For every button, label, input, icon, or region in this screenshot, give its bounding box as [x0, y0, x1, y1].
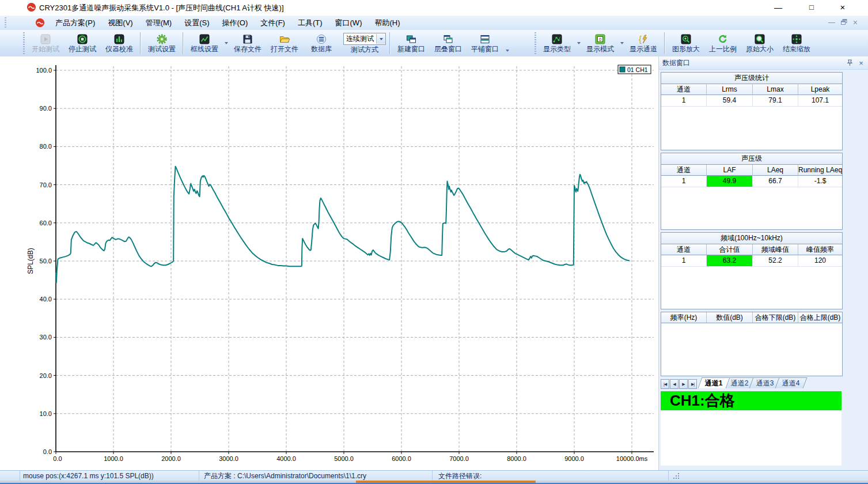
channel-tabs: 通道1通道2通道3通道4: [702, 377, 805, 389]
open-file-button[interactable]: 打开文件: [266, 31, 303, 55]
save-icon: [242, 34, 253, 44]
close-button[interactable]: ×: [835, 1, 850, 14]
statusbar-right: [668, 471, 868, 481]
menu-item-9[interactable]: 帮助(H): [368, 16, 406, 30]
undo-icon: [718, 34, 728, 44]
test-settings-button[interactable]: 测试设置: [143, 31, 180, 55]
display-mode-button[interactable]: 0显示模式: [582, 31, 619, 55]
plot-area[interactable]: [56, 66, 654, 452]
cascade-windows-label: 层叠窗口: [434, 46, 462, 53]
stop-test-label: 停止测试: [69, 46, 96, 53]
toolbar: 开始测试停止测试仪器校准测试设置框线设置保存文件打开文件数据库连续测试测试方式新…: [0, 30, 868, 57]
stat-table-title: 声压级统计: [661, 73, 842, 84]
display-mode-dropdown-arrow-icon[interactable]: [619, 32, 625, 55]
display-type-icon: [552, 34, 562, 44]
tile-windows-button[interactable]: 平铺窗口: [467, 31, 503, 55]
maximize-button[interactable]: □: [804, 1, 819, 14]
column-header: 频率(Hz): [661, 312, 707, 323]
menu-item-6[interactable]: 文件(F): [254, 16, 291, 30]
panel-close-icon[interactable]: ×: [856, 58, 866, 67]
table-cell: 49.9: [707, 176, 753, 187]
titlebar: CRY2301多通道噪声振动采集系统V1.0 - [声压时间曲线(CH1 A计权…: [0, 0, 868, 16]
x-tick-label: 9000.0: [564, 455, 584, 462]
table-row: 163.252.2120: [661, 255, 842, 267]
zoom-graph-label: 图形放大: [672, 46, 700, 53]
toolbar-drag-handle[interactable]: [23, 32, 26, 54]
minimize-button[interactable]: —: [771, 1, 786, 14]
menubar: 产品方案(P)视图(V)管理(M)设置(S)操作(O)文件(F)工具(T)窗口(…: [0, 16, 868, 30]
tab-nav-prev-icon[interactable]: ◀: [670, 379, 679, 389]
resize-grip[interactable]: [673, 473, 680, 479]
database-label: 数据库: [311, 46, 332, 53]
mdi-restore-icon[interactable]: [841, 18, 847, 27]
menu-item-1[interactable]: 产品方案(P): [49, 16, 101, 30]
menu-item-5[interactable]: 操作(O): [216, 16, 255, 30]
tab-nav-next-icon[interactable]: ▶: [679, 379, 688, 389]
toolbar-overflow-chevron-icon[interactable]: [503, 31, 511, 55]
tab-nav-first-icon[interactable]: |◀: [661, 379, 669, 389]
toolbar-separator: [389, 32, 391, 54]
toolbar-separator: [183, 32, 184, 54]
menu-item-3[interactable]: 管理(M): [139, 16, 179, 30]
zoom-graph-button[interactable]: 图形放大: [668, 31, 704, 55]
menu-item-7[interactable]: 工具(T): [291, 16, 329, 30]
prev-scale-button[interactable]: 上一比例: [704, 31, 741, 55]
display-type-dropdown-arrow-icon[interactable]: [575, 32, 582, 55]
open-file-label: 打开文件: [271, 46, 298, 53]
new-window-button[interactable]: 新建窗口: [393, 31, 430, 55]
original-size-button[interactable]: 原始大小: [741, 31, 778, 55]
tab-channel-4[interactable]: 通道4: [775, 377, 808, 388]
table-cell: 52.2: [753, 255, 798, 267]
new-window-icon: [406, 34, 416, 44]
table-cell: 120: [798, 255, 842, 267]
frame-settings-dropdown-arrow-icon[interactable]: [223, 32, 229, 55]
stat-table-title: 频域(100Hz~10kHz): [661, 233, 842, 244]
statusbar-spacer: [0, 471, 20, 481]
menu-items: 产品方案(P)视图(V)管理(M)设置(S)操作(O)文件(F)工具(T)窗口(…: [49, 16, 407, 30]
chevron-down-icon[interactable]: [376, 34, 385, 44]
y-axis-title: SPL(dB): [26, 248, 35, 274]
mdi-minimize-button[interactable]: —: [828, 18, 835, 27]
tab-nav-last-icon[interactable]: ▶|: [688, 379, 697, 389]
cascade-windows-button[interactable]: 层叠窗口: [430, 31, 467, 55]
stop-test-button[interactable]: 停止测试: [64, 31, 101, 55]
legend-label: 01 CH1: [627, 66, 648, 73]
end-zoom-button[interactable]: 结束缩放: [778, 31, 815, 55]
start-test-label: 开始测试: [32, 46, 59, 53]
x-tick-label: 4000.0: [276, 455, 296, 462]
column-header: 数值(dB): [707, 312, 753, 323]
toolbar-separator: [140, 32, 141, 54]
y-tick-label: 0.0: [43, 448, 52, 455]
database-icon: [316, 34, 327, 44]
tab-channel-1[interactable]: 通道1: [698, 377, 730, 388]
chart-area: 0.010.020.030.040.050.060.070.080.090.01…: [0, 56, 658, 470]
display-channel-button[interactable]: {显示通道: [625, 31, 662, 55]
menubar-drag-handle[interactable]: [5, 17, 7, 28]
frame-settings-button[interactable]: 框线设置: [186, 31, 223, 55]
menu-item-2[interactable]: 视图(V): [101, 16, 139, 30]
test-mode-select[interactable]: 连续测试: [343, 33, 386, 45]
mdi-close-button[interactable]: ×: [853, 18, 858, 27]
column-header: 通道: [661, 84, 707, 95]
app-icon: [27, 3, 36, 12]
menu-item-4[interactable]: 设置(S): [178, 16, 215, 30]
menu-item-8[interactable]: 窗口(W): [329, 16, 369, 30]
y-tick-label: 50.0: [40, 258, 52, 264]
column-header: Lrms: [707, 84, 753, 95]
display-type-button[interactable]: 显示类型: [539, 31, 575, 55]
stat-table-title: 声压级: [661, 153, 842, 165]
project-path-status: 产品方案 : C:\Users\Administrator\Documents\…: [199, 471, 432, 481]
frame-line-icon: [199, 34, 210, 44]
database-button[interactable]: 数据库: [303, 31, 340, 55]
save-file-button[interactable]: 保存文件: [229, 31, 266, 55]
pin-icon[interactable]: [845, 58, 854, 67]
column-header: 峰值频率: [798, 244, 842, 255]
open-folder-icon: [279, 34, 290, 44]
table-header-row: 通道合计值频域峰值峰值频率: [661, 244, 842, 255]
table-cell: -1.$: [798, 176, 842, 187]
calibrate-button[interactable]: 仪器校准: [101, 31, 138, 55]
table-cell: 66.7: [753, 176, 798, 187]
toolbar-drag-handle[interactable]: [535, 32, 537, 54]
calibrate-label: 仪器校准: [105, 46, 133, 53]
test-mode-label: 测试方式: [351, 46, 378, 54]
